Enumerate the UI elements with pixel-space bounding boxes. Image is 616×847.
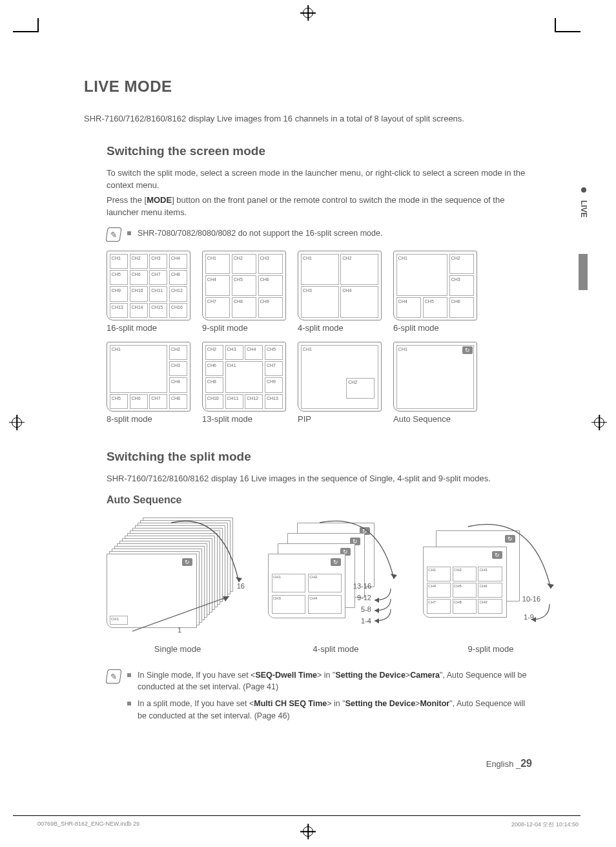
mode-16-split: CH1 CH2 CH3 CH4 CH5 CH6 CH7 CH8 CH9 CH10… [107,251,190,333]
mode-6-split: CH1 CH2 CH3 CH4 CH5 CH6 6-split mode [393,251,477,333]
note-text: SHR-7080/7082/8080/8082 do not support t… [138,227,382,239]
svg-marker-5 [375,608,379,613]
seq-label: Single mode [154,644,201,654]
print-timestamp: 2008-12-04 오전 10:14:50 [511,821,579,829]
screen-diagram: CH1 CH2 CH3 CH4 CH5 CH6 CH7 CH8 CH9 [202,251,286,320]
screen-diagram: CH1 [393,342,477,412]
mode-8-split: CH1 CH2 CH3 CH4 CH5 CH6 CH7 CH8 8-split … [107,342,190,424]
note-row: ✎ SHR-7080/7082/8080/8082 do not support… [107,227,532,242]
registration-mark-top [303,8,313,21]
seq-label: 9-split mode [468,644,514,654]
registration-mark-right [594,417,604,430]
side-tab-label: LIVE [579,196,588,222]
seq-single: CH1 1 16 Single mode [107,518,249,654]
side-tab-block [579,254,588,290]
print-file: 00769B_SHR-8162_ENG-NEW.indb 29 [37,821,139,829]
svg-marker-3 [391,574,397,579]
side-tab: LIVE [571,187,597,290]
note-row: ✎ In Single mode, If you have set <SEQ-D… [107,669,532,722]
mode-label: Auto Sequence [393,414,451,424]
svg-marker-0 [236,577,242,582]
mode-label: 13-split mode [202,414,252,424]
registration-mark-left [12,417,22,430]
screen-diagram: CH1 CH2 [298,342,382,412]
svg-marker-8 [531,617,536,622]
mode-label: 8-split mode [107,414,152,424]
note-icon: ✎ [105,227,121,242]
crop-mark [13,815,580,816]
page-heading: LIVE MODE [84,78,532,96]
page-footer: English _29 [486,758,532,769]
modes-row-2: CH1 CH2 CH3 CH4 CH5 CH6 CH7 CH8 8-split … [107,342,532,424]
print-info: 00769B_SHR-8162_ENG-NEW.indb 29 2008-12-… [37,821,579,829]
screen-diagram: CH1 CH2 CH3 CH4 CH5 CH6 [393,251,477,320]
note-text: In Single mode, If you have set <SEQ-Dwe… [138,669,532,693]
bullet-icon [127,702,131,706]
note-icon: ✎ [105,669,121,684]
mode-4-split: CH1 CH2 CH3 CH4 4-split mode [298,251,382,333]
svg-line-1 [132,596,229,631]
screen-diagram: CH1 CH2 CH3 CH4 [298,251,382,320]
svg-marker-6 [375,598,379,603]
mode-auto-sequence: CH1 Auto Sequence [393,342,477,424]
seq-label: 4-split mode [313,644,359,654]
body-text: To switch the split mode, select a scree… [107,167,532,192]
auto-sequence-icon [462,346,473,354]
auto-sequence-diagrams: CH1 1 16 Single mode [107,518,532,654]
mode-label: PIP [298,414,311,424]
section-title: Switching the split mode [107,450,532,464]
cycle-arrow-icon [107,518,249,640]
bullet-icon [127,673,131,677]
note-text: In a split mode, If you have set <Multi … [138,698,532,721]
screen-diagram: CH1 CH2 CH3 CH4 CH5 CH6 CH7 CH8 CH9 CH10… [107,251,190,320]
modes-row-1: CH1 CH2 CH3 CH4 CH5 CH6 CH7 CH8 CH9 CH10… [107,251,532,333]
screen-diagram: CH1 CH2 CH3 CH4 CH5 CH6 CH7 CH8 CH9 CH10… [202,342,286,412]
mode-pip: CH1 CH2 PIP [298,342,382,424]
screen-diagram: CH1 CH2 CH3 CH4 CH5 CH6 CH7 CH8 [107,342,190,412]
body-text: SHR-7160/7162/8160/8162 display 16 Live … [107,473,532,485]
bullet-icon [127,231,131,235]
mode-9-split: CH1 CH2 CH3 CH4 CH5 CH6 CH7 CH8 CH9 9-sp… [202,251,286,333]
cycle-arrow-icon [268,518,404,640]
mode-label: 6-split mode [393,323,439,333]
cycle-arrow-icon [423,518,559,640]
svg-marker-7 [547,583,554,589]
seq-9split: CH1 CH2 CH3 CH4 CH5 CH6 CH7 CH8 CH9 1-9 … [423,518,559,654]
section-title: Switching the screen mode [107,144,532,158]
body-text: Press the [MODE] button on the front pan… [107,194,532,219]
svg-marker-2 [223,596,229,601]
mode-label: 9-split mode [202,323,248,333]
intro-text: SHR-7160/7162/8160/8162 display Live ima… [84,114,532,123]
mode-13-split: CH1 CH2 CH3 CH4 CH5 CH6 CH7 CH8 CH9 CH10… [202,342,286,424]
side-dot [581,187,586,193]
subsection-title: Auto Sequence [107,494,532,506]
svg-marker-4 [375,618,379,623]
seq-4split: CH1 CH2 CH3 CH4 1-4 5-8 9-12 13-16 [268,518,404,654]
mode-label: 16-split mode [107,323,157,333]
mode-label: 4-split mode [298,323,344,333]
